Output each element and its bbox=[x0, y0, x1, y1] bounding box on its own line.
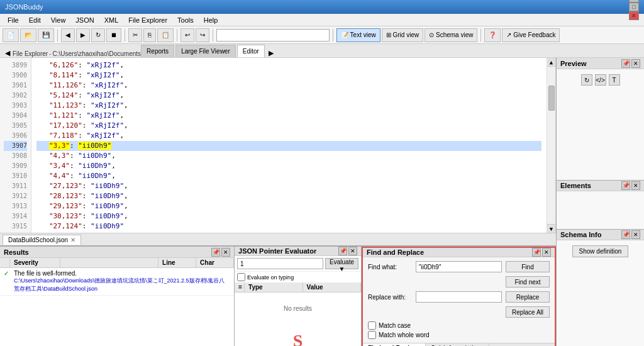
grid-view-btn[interactable]: ⊞ Grid view bbox=[382, 28, 423, 42]
format-input[interactable] bbox=[216, 29, 330, 42]
json-pointer-header: JSON Pointer Evaluator 📌 ✕ bbox=[235, 247, 361, 256]
json-pointer-pin-btn[interactable]: 📌 bbox=[338, 247, 347, 255]
show-definition-btn[interactable]: Show definition bbox=[572, 245, 629, 257]
file-tab-label: DataBuildSchool.json bbox=[8, 237, 68, 243]
text-view-btn[interactable]: 📝 Text view bbox=[336, 28, 380, 42]
code-line-3913: "29,123": "ii0Dh9", bbox=[36, 201, 541, 211]
match-whole-word-label: Match whole word bbox=[379, 332, 430, 338]
scroll-up-btn[interactable]: ▲ bbox=[547, 58, 555, 67]
tab-reports[interactable]: Reports bbox=[141, 45, 174, 57]
schema-info-content: Show definition bbox=[557, 240, 644, 346]
preview-text-icon[interactable]: T bbox=[609, 74, 620, 86]
scroll-thumb[interactable] bbox=[548, 86, 555, 111]
json-pointer-input[interactable] bbox=[237, 258, 323, 269]
nav-right-arrow[interactable]: ▶ bbox=[266, 49, 276, 57]
menu-file[interactable]: File bbox=[3, 15, 24, 25]
code-line-3902: "5,124": "xRjI2f", bbox=[36, 91, 541, 101]
stop-btn[interactable]: ⏹ bbox=[106, 28, 121, 42]
elements-close-btn[interactable]: ✕ bbox=[631, 181, 640, 190]
editor-area: 3899 3900 3901 3902 3903 3904 3905 3906 … bbox=[0, 58, 556, 346]
menu-help[interactable]: Help bbox=[199, 15, 223, 25]
scroll-down-btn[interactable]: ▼ bbox=[547, 224, 555, 233]
tab-find-replace[interactable]: Find and Replace bbox=[363, 343, 426, 346]
paste-btn[interactable]: 📋 bbox=[157, 28, 174, 42]
close-btn[interactable]: ✕ bbox=[629, 11, 639, 20]
find-next-btn[interactable]: Find next bbox=[506, 276, 550, 287]
preview-pin-btn[interactable]: 📌 bbox=[621, 59, 630, 68]
preview-close-btn[interactable]: ✕ bbox=[631, 59, 640, 68]
match-case-checkbox[interactable] bbox=[368, 321, 376, 330]
breadcrumb-file-explorer[interactable]: File Explorer bbox=[13, 50, 48, 57]
main-layout: 3899 3900 3901 3902 3903 3904 3905 3906 … bbox=[0, 58, 644, 346]
menu-json[interactable]: JSON bbox=[70, 15, 99, 25]
evaluate-on-typing-label: Evaluate on typing bbox=[247, 274, 294, 281]
redo-btn[interactable]: ↪ bbox=[196, 28, 209, 42]
help-btn[interactable]: ❓ bbox=[484, 28, 501, 42]
menu-xml[interactable]: XML bbox=[99, 15, 124, 25]
refresh-btn[interactable]: ↻ bbox=[91, 28, 105, 42]
new-btn[interactable]: 📄 bbox=[3, 28, 19, 42]
results-panel: Results 📌 ✕ Severity Line Char bbox=[0, 247, 235, 346]
find-replace-title: Find and Replace bbox=[367, 248, 424, 256]
logo-s-letter: S bbox=[241, 331, 355, 346]
ptr-col-value: Value bbox=[303, 282, 361, 292]
match-whole-word-checkbox[interactable] bbox=[368, 331, 376, 339]
results-table: Severity Line Char ✓ The file is well-fo… bbox=[0, 258, 234, 346]
replace-btn[interactable]: Replace bbox=[506, 291, 550, 303]
find-input[interactable] bbox=[416, 261, 502, 272]
schema-view-btn[interactable]: ⊙ Schema view bbox=[425, 28, 477, 42]
elements-header: Elements 📌 ✕ bbox=[557, 180, 644, 191]
preview-code-icon[interactable]: </> bbox=[595, 74, 606, 86]
menu-edit[interactable]: Edit bbox=[24, 15, 46, 25]
find-replace-pin-btn[interactable]: 📌 bbox=[532, 248, 541, 257]
maximize-btn[interactable]: □ bbox=[629, 3, 639, 11]
tab-quick-associations[interactable]: Quick Associations bbox=[426, 343, 489, 346]
cut-btn[interactable]: ✂ bbox=[128, 28, 142, 42]
code-line-3909: "3,4": "ii0Dh9", bbox=[36, 161, 541, 171]
schema-info-close-btn[interactable]: ✕ bbox=[631, 230, 640, 239]
nav-left-arrow[interactable]: ◀ bbox=[3, 49, 13, 57]
code-content[interactable]: "6,126": "xRjI2f", "8,114": "xRjI2f", "1… bbox=[31, 58, 547, 233]
nav-fwd-btn[interactable]: ▶ bbox=[76, 28, 90, 42]
tab-editor-label: Editor bbox=[243, 48, 259, 55]
menu-tools[interactable]: Tools bbox=[172, 15, 199, 25]
code-line-3910: "4,4": "ii0Dh9", bbox=[36, 171, 541, 181]
code-line-3912: "28,123": "ii0Dh9", bbox=[36, 191, 541, 201]
breadcrumb-path[interactable]: C:\Users\zhaoxihao\Documents bbox=[52, 50, 141, 57]
pointer-logo: S 英 ♦ 🎤 ⬡ ✉ 🗑 📋 bbox=[235, 325, 361, 346]
code-line-3908: "4,3": "ii0Dh9", bbox=[36, 151, 541, 161]
copy-btn[interactable]: ⎘ bbox=[143, 28, 156, 42]
file-tab-close[interactable]: ✕ bbox=[70, 237, 75, 243]
pointer-col-header: = Type Value bbox=[235, 282, 361, 293]
code-line-3901: "11,126": "xRjI2f", bbox=[36, 81, 541, 91]
code-editor[interactable]: 3899 3900 3901 3902 3903 3904 3905 3906 … bbox=[0, 58, 556, 233]
preview-controls: 📌 ✕ bbox=[621, 59, 640, 68]
file-tab-databuildschool[interactable]: DataBuildSchool.json ✕ bbox=[3, 235, 81, 245]
preview-refresh-icon[interactable]: ↻ bbox=[581, 74, 592, 86]
evaluate-on-typing-checkbox[interactable] bbox=[237, 273, 245, 281]
open-btn[interactable]: 📂 bbox=[20, 28, 36, 42]
preview-content: ↻ </> T bbox=[557, 69, 644, 180]
find-replace-close-btn[interactable]: ✕ bbox=[542, 248, 551, 257]
feedback-btn[interactable]: ↗ Give Feedback bbox=[502, 28, 560, 42]
schema-info-pin-btn[interactable]: 📌 bbox=[621, 230, 630, 239]
elements-pin-btn[interactable]: 📌 bbox=[621, 181, 630, 190]
results-close-btn[interactable]: ✕ bbox=[221, 248, 230, 257]
tab-editor[interactable]: Editor bbox=[237, 45, 265, 57]
right-panel: Preview 📌 ✕ ↻ </> T Elements 📌 ✕ Schema … bbox=[556, 58, 644, 346]
menu-view[interactable]: View bbox=[46, 15, 71, 25]
find-btn[interactable]: Find bbox=[506, 261, 550, 272]
replace-all-btn[interactable]: Replace All bbox=[506, 306, 550, 318]
save-btn[interactable]: 💾 bbox=[38, 28, 54, 42]
evaluate-btn[interactable]: Evaluate ▼ bbox=[325, 258, 358, 269]
menu-file-explorer[interactable]: File Explorer bbox=[123, 15, 172, 25]
undo-btn[interactable]: ↩ bbox=[180, 28, 194, 42]
line-numbers: 3899 3900 3901 3902 3903 3904 3905 3906 … bbox=[0, 58, 31, 233]
results-status-message: The file is well-formed. bbox=[14, 270, 230, 277]
replace-input[interactable] bbox=[416, 291, 502, 303]
nav-back-btn[interactable]: ◀ bbox=[61, 28, 75, 42]
tab-large-file[interactable]: Large File Viewer bbox=[175, 45, 236, 57]
results-pin-btn[interactable]: 📌 bbox=[211, 248, 220, 257]
editor-scrollbar[interactable]: ▲ ▼ bbox=[547, 58, 555, 233]
json-pointer-close-btn[interactable]: ✕ bbox=[348, 247, 357, 255]
